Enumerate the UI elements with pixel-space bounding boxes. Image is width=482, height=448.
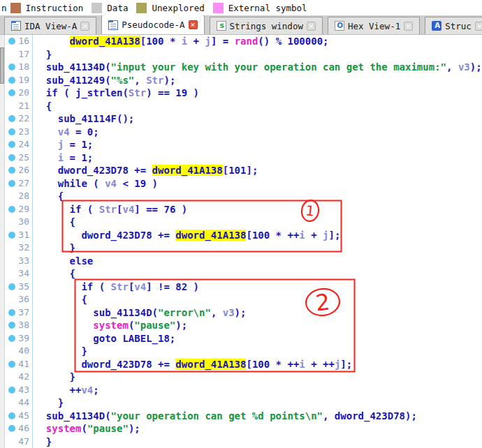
tab-strings-window[interactable]: Strings window✕: [210, 17, 323, 34]
breakpoint-dot[interactable]: [8, 206, 15, 213]
code-text[interactable]: sub_41134D("error\n", v3);: [33, 306, 246, 320]
tab-label: Strings window: [230, 21, 303, 31]
code-text[interactable]: ++v4;: [33, 384, 99, 397]
code-text[interactable]: {: [33, 190, 64, 203]
code-text[interactable]: dword_423D78 += dword_41A138[100 * ++i +…: [33, 229, 340, 242]
code-text[interactable]: sub_41114F();: [33, 112, 134, 126]
code-text[interactable]: system("pause");: [33, 422, 140, 435]
code-text[interactable]: else: [33, 255, 93, 268]
code-token: = 1;: [64, 152, 93, 163]
breakpoint-dot[interactable]: [8, 38, 15, 45]
breakpoint-dot[interactable]: [8, 232, 15, 239]
code-text[interactable]: {: [33, 267, 75, 281]
tab-hex-view-1[interactable]: Hex View-1✕: [328, 17, 420, 34]
code-token: }: [34, 345, 87, 357]
code-text[interactable]: }: [33, 48, 52, 61]
code-line: 21 {: [5, 100, 482, 113]
breakpoint-dot[interactable]: [8, 167, 15, 174]
tab-close-button[interactable]: ✕: [189, 20, 198, 29]
line-number: 44: [18, 397, 29, 408]
code-line: 39 goto LABEL_18;: [5, 332, 482, 345]
breakpoint-dot[interactable]: [8, 128, 15, 135]
code-line: 24 j = 1;: [5, 138, 482, 151]
line-number: 41: [18, 359, 29, 369]
code-token: }: [34, 371, 75, 382]
tab-close-button[interactable]: ✕: [307, 22, 316, 31]
line-number: 28: [18, 191, 29, 201]
code-text[interactable]: {: [33, 216, 75, 229]
code-token: ++: [34, 384, 81, 396]
line-gutter: 46: [5, 422, 33, 435]
breakpoint-dot[interactable]: [8, 322, 15, 329]
breakpoint-dot[interactable]: [8, 283, 15, 290]
code-text[interactable]: {: [33, 100, 52, 113]
code-text[interactable]: dword_41A138[100 * i + j] = rand() % 100…: [33, 35, 329, 48]
code-text[interactable]: if ( Str[v4] == 76 ): [33, 203, 187, 216]
tab-close-button[interactable]: ✕: [404, 22, 413, 31]
code-line: 38 system("pause");: [5, 319, 482, 332]
code-text[interactable]: }: [33, 241, 75, 255]
code-text[interactable]: if ( j_strlen(Str) == 19 ): [33, 87, 199, 100]
breakpoint-dot[interactable]: [8, 115, 15, 122]
code-text[interactable]: if ( Str[v4] != 82 ): [33, 281, 199, 294]
line-number: 36: [18, 294, 29, 304]
breakpoint-dot[interactable]: [8, 64, 15, 70]
breakpoint-dot[interactable]: [8, 154, 15, 161]
breakpoint-dot[interactable]: [8, 141, 15, 148]
code-text[interactable]: v4 = 0;: [33, 126, 99, 139]
code-text[interactable]: dword_423D78 += dword_41A138[100 * ++i +…: [33, 358, 352, 371]
code-line: 31 dword_423D78 += dword_41A138[100 * ++…: [5, 229, 482, 242]
tab-ida-view-a[interactable]: IDA View-A✕: [4, 17, 96, 34]
code-token: "input your key with your operation can …: [111, 61, 446, 73]
breakpoint-dot[interactable]: [8, 309, 15, 316]
code-line: 40 }: [5, 345, 482, 358]
code-token: [34, 36, 70, 47]
code-line: 23 v4 = 0;: [5, 126, 482, 139]
code-token: rand: [235, 36, 258, 47]
code-text[interactable]: sub_411249("%s", Str);: [33, 74, 175, 87]
breakpoint-dot[interactable]: [8, 77, 15, 84]
tab-close-button[interactable]: ✕: [475, 22, 482, 31]
code-token: if ( j_strlen(: [34, 87, 129, 98]
code-text[interactable]: sub_41134D("your operation can get %d po…: [33, 410, 417, 423]
code-token: Str: [99, 204, 117, 215]
code-text[interactable]: system("pause");: [33, 319, 187, 332]
tab-struc[interactable]: Struc✕: [425, 17, 482, 34]
code-token: {: [34, 216, 75, 227]
breakpoint-dot[interactable]: [8, 425, 15, 432]
code-token: = 1;: [64, 139, 93, 150]
line-number: 16: [18, 36, 29, 46]
code-text[interactable]: }: [33, 371, 75, 384]
line-gutter: 17: [5, 48, 33, 61]
code-text[interactable]: }: [33, 345, 87, 358]
code-text[interactable]: j = 1;: [33, 138, 93, 151]
code-token: i: [182, 36, 187, 47]
breakpoint-dot[interactable]: [8, 361, 15, 368]
breakpoint-dot[interactable]: [8, 412, 15, 419]
tab-pseudocode-a[interactable]: Pseudocode-A✕: [101, 15, 204, 34]
code-line: 36 {: [5, 293, 482, 306]
code-token: [34, 152, 58, 163]
breakpoint-dot[interactable]: [8, 180, 15, 187]
code-text[interactable]: while ( v4 < 19 ): [33, 177, 158, 191]
code-line: 44 }: [5, 396, 482, 410]
scrollbar-thumb[interactable]: [0, 47, 4, 84]
code-text[interactable]: }: [33, 396, 64, 410]
code-text[interactable]: dword_423D78 += dword_41A138[101];: [33, 164, 258, 177]
code-token: ] != 82 ): [146, 281, 199, 292]
code-token: }: [34, 49, 52, 60]
code-token: ;: [93, 384, 98, 396]
code-text[interactable]: i = 1;: [33, 151, 93, 165]
left-scrollbar[interactable]: [0, 35, 5, 448]
tab-close-button[interactable]: ✕: [80, 22, 89, 31]
code-token: = 0;: [70, 126, 99, 137]
code-text[interactable]: {: [33, 293, 87, 306]
code-text[interactable]: }: [33, 435, 52, 448]
legend-item-data: Data: [92, 3, 128, 13]
breakpoint-dot[interactable]: [8, 335, 15, 342]
highlighted-token: dword_41A138: [70, 36, 140, 47]
code-text[interactable]: goto LABEL_18;: [33, 332, 175, 345]
breakpoint-dot[interactable]: [8, 387, 15, 394]
code-text[interactable]: sub_41134D("input your key with your ope…: [33, 61, 482, 74]
breakpoint-dot[interactable]: [8, 89, 15, 96]
